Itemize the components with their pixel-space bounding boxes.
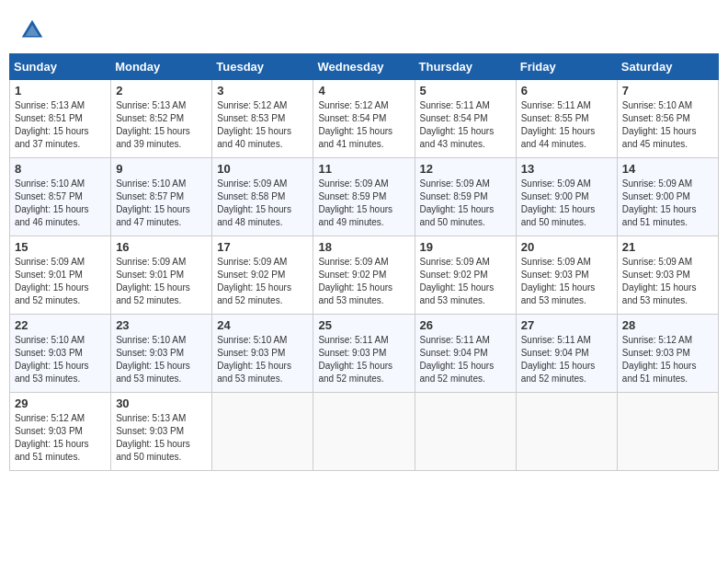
sunset: Sunset: 8:55 PM (521, 113, 589, 123)
sunset: Sunset: 8:59 PM (420, 191, 488, 201)
sunrise: Sunrise: 5:12 AM (318, 100, 388, 110)
sunrise: Sunrise: 5:11 AM (521, 335, 591, 345)
calendar-day-18: 18 Sunrise: 5:09 AM Sunset: 9:02 PM Dayl… (313, 236, 415, 315)
daylight: Daylight: 15 hours and 39 minutes. (116, 126, 190, 149)
sunrise: Sunrise: 5:09 AM (420, 178, 490, 189)
daylight: Daylight: 15 hours and 52 minutes. (116, 282, 190, 305)
calendar-day-25: 25 Sunrise: 5:11 AM Sunset: 9:03 PM Dayl… (313, 315, 415, 393)
day-info: Sunrise: 5:10 AM Sunset: 9:03 PM Dayligh… (116, 334, 207, 385)
daylight: Daylight: 15 hours and 52 minutes. (521, 361, 596, 384)
sunrise: Sunrise: 5:13 AM (116, 413, 186, 423)
calendar-day-28: 28 Sunrise: 5:12 AM Sunset: 9:03 PM Dayl… (617, 315, 718, 393)
calendar-day-10: 10 Sunrise: 5:09 AM Sunset: 8:58 PM Dayl… (212, 158, 313, 236)
sunset: Sunset: 9:02 PM (318, 270, 386, 280)
daylight: Daylight: 15 hours and 51 minutes. (15, 439, 89, 462)
daylight: Daylight: 15 hours and 50 minutes. (521, 204, 596, 227)
calendar-day-2: 2 Sunrise: 5:13 AM Sunset: 8:52 PM Dayli… (111, 80, 212, 158)
sunset: Sunset: 8:59 PM (318, 191, 386, 201)
day-number: 26 (420, 318, 511, 332)
day-info: Sunrise: 5:11 AM Sunset: 9:03 PM Dayligh… (318, 334, 409, 385)
day-number: 19 (420, 240, 511, 254)
daylight: Daylight: 15 hours and 43 minutes. (420, 126, 495, 149)
day-of-week-sunday: Sunday (10, 54, 111, 80)
day-info: Sunrise: 5:09 AM Sunset: 9:02 PM Dayligh… (420, 256, 511, 307)
day-info: Sunrise: 5:12 AM Sunset: 8:54 PM Dayligh… (318, 99, 409, 151)
day-number: 20 (521, 240, 612, 254)
sunset: Sunset: 9:03 PM (15, 426, 83, 436)
day-info: Sunrise: 5:09 AM Sunset: 9:01 PM Dayligh… (15, 256, 106, 307)
daylight: Daylight: 15 hours and 40 minutes. (217, 126, 291, 149)
day-number: 22 (15, 318, 106, 332)
sunrise: Sunrise: 5:12 AM (622, 335, 692, 345)
day-of-week-saturday: Saturday (617, 54, 718, 80)
sunset: Sunset: 9:03 PM (622, 270, 690, 280)
daylight: Daylight: 15 hours and 51 minutes. (622, 361, 697, 384)
day-number: 25 (318, 318, 409, 332)
sunset: Sunset: 8:54 PM (318, 113, 386, 123)
day-number: 12 (420, 162, 511, 176)
sunset: Sunset: 8:57 PM (116, 191, 184, 201)
day-number: 3 (217, 84, 308, 98)
daylight: Daylight: 15 hours and 41 minutes. (318, 126, 392, 149)
daylight: Daylight: 15 hours and 50 minutes. (116, 439, 190, 462)
sunrise: Sunrise: 5:09 AM (217, 257, 287, 267)
sunset: Sunset: 8:57 PM (15, 191, 83, 201)
sunset: Sunset: 8:56 PM (622, 113, 690, 123)
day-info: Sunrise: 5:09 AM Sunset: 9:02 PM Dayligh… (217, 256, 308, 307)
day-number: 30 (116, 396, 207, 410)
sunset: Sunset: 9:01 PM (15, 270, 83, 280)
day-info: Sunrise: 5:10 AM Sunset: 9:03 PM Dayligh… (217, 334, 308, 385)
calendar-day-24: 24 Sunrise: 5:10 AM Sunset: 9:03 PM Dayl… (212, 315, 313, 393)
calendar-day-1: 1 Sunrise: 5:13 AM Sunset: 8:51 PM Dayli… (10, 80, 111, 158)
day-number: 5 (420, 84, 511, 98)
day-info: Sunrise: 5:09 AM Sunset: 9:03 PM Dayligh… (622, 256, 713, 307)
empty-cell (617, 393, 718, 471)
day-number: 1 (15, 84, 106, 98)
sunset: Sunset: 9:02 PM (217, 270, 285, 280)
daylight: Daylight: 15 hours and 52 minutes. (318, 361, 392, 384)
day-info: Sunrise: 5:09 AM Sunset: 8:59 PM Dayligh… (420, 178, 511, 229)
calendar-week-5: 29 Sunrise: 5:12 AM Sunset: 9:03 PM Dayl… (10, 393, 719, 471)
daylight: Daylight: 15 hours and 53 minutes. (217, 361, 291, 384)
calendar-day-14: 14 Sunrise: 5:09 AM Sunset: 9:00 PM Dayl… (617, 158, 718, 236)
sunset: Sunset: 9:03 PM (622, 348, 690, 358)
sunset: Sunset: 9:03 PM (116, 426, 184, 436)
daylight: Daylight: 15 hours and 52 minutes. (217, 282, 291, 305)
empty-cell (313, 393, 415, 471)
day-info: Sunrise: 5:10 AM Sunset: 8:57 PM Dayligh… (15, 178, 106, 229)
sunset: Sunset: 9:01 PM (116, 270, 184, 280)
calendar-day-29: 29 Sunrise: 5:12 AM Sunset: 9:03 PM Dayl… (10, 393, 111, 471)
sunrise: Sunrise: 5:12 AM (217, 100, 287, 110)
calendar-day-23: 23 Sunrise: 5:10 AM Sunset: 9:03 PM Dayl… (111, 315, 212, 393)
sunrise: Sunrise: 5:10 AM (15, 178, 85, 189)
sunrise: Sunrise: 5:09 AM (318, 178, 388, 189)
day-number: 16 (116, 240, 207, 254)
day-info: Sunrise: 5:11 AM Sunset: 8:55 PM Dayligh… (521, 99, 612, 151)
sunset: Sunset: 8:51 PM (15, 113, 83, 123)
day-info: Sunrise: 5:13 AM Sunset: 8:51 PM Dayligh… (15, 99, 106, 151)
day-info: Sunrise: 5:10 AM Sunset: 8:57 PM Dayligh… (116, 178, 207, 229)
day-number: 17 (217, 240, 308, 254)
sunset: Sunset: 9:03 PM (116, 348, 184, 358)
sunrise: Sunrise: 5:09 AM (318, 257, 388, 267)
sunrise: Sunrise: 5:09 AM (521, 257, 591, 267)
calendar-day-11: 11 Sunrise: 5:09 AM Sunset: 8:59 PM Dayl… (313, 158, 415, 236)
day-of-week-monday: Monday (111, 54, 212, 80)
empty-cell (415, 393, 516, 471)
day-of-week-wednesday: Wednesday (313, 54, 415, 80)
calendar-day-8: 8 Sunrise: 5:10 AM Sunset: 8:57 PM Dayli… (10, 158, 111, 236)
daylight: Daylight: 15 hours and 51 minutes. (622, 204, 697, 227)
sunset: Sunset: 9:00 PM (622, 191, 690, 201)
day-number: 9 (116, 162, 207, 176)
sunset: Sunset: 9:03 PM (15, 348, 83, 358)
calendar-day-13: 13 Sunrise: 5:09 AM Sunset: 9:00 PM Dayl… (516, 158, 617, 236)
sunrise: Sunrise: 5:13 AM (15, 100, 85, 110)
day-number: 13 (521, 162, 612, 176)
sunrise: Sunrise: 5:09 AM (521, 178, 591, 189)
sunset: Sunset: 8:58 PM (217, 191, 285, 201)
calendar-week-1: 1 Sunrise: 5:13 AM Sunset: 8:51 PM Dayli… (10, 80, 719, 158)
sunrise: Sunrise: 5:09 AM (15, 257, 85, 267)
calendar-day-30: 30 Sunrise: 5:13 AM Sunset: 9:03 PM Dayl… (111, 393, 212, 471)
day-info: Sunrise: 5:10 AM Sunset: 9:03 PM Dayligh… (15, 334, 106, 385)
day-number: 29 (15, 396, 106, 410)
